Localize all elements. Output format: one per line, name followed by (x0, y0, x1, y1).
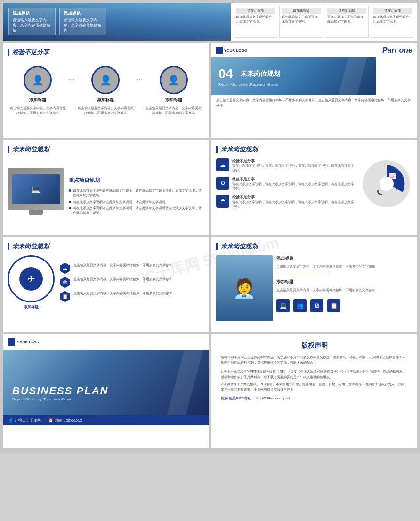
hex-text-3: 点击输入题要文字内容、文字内容需概括精炼，不用多余的文字修饰 (73, 291, 172, 296)
hex-icon-1: ☁ (59, 263, 71, 274)
col3-header: 请在此添加 (327, 8, 366, 14)
title-bar-6 (8, 243, 9, 250)
icon-1-text: 经验不足分享 请在此添加文字说明，请在此添加文字说明，请在此添加文字说明。请在此… (232, 158, 357, 173)
project-item-2: 请在此添加文字说明请在此添加文字说明，请在此添加文字说明。 (69, 200, 204, 204)
add-desc-1: 点击输入题要文字内容，文字内容需概括精炼，不用多余的文字修饰 (276, 264, 412, 269)
slide-4-title: 未来岗位规划 (12, 145, 49, 154)
person-1-photo: 👤 (24, 66, 52, 94)
slide-4: 未来岗位规划 💻 重点项目规划 请在此添加文字说明请在此添加文字说明，请在此添加… (3, 140, 209, 235)
icon-2-desc: 请在此添加文字说明，请在此添加文字说明，请在此添加文字说明。请在此添加文字说明。 (232, 182, 357, 191)
slide-7-title: 未来岗位规划 (221, 242, 258, 251)
slide-1: 添加标题 点击输入题要文字内容、文字内容需概括精炼 添加标题 点击输入题要文字内… (3, 3, 417, 41)
icon-item-1: ☁ 经验不足分享 请在此添加文字说明，请在此添加文字说明，请在此添加文字说明。请… (216, 158, 357, 173)
cloud-icon: ☁ (216, 158, 229, 171)
person-1-desc: 点击输入题要文字内容、文字内容需概括精炼，不用多余的文字修饰 (8, 106, 67, 115)
project-item-1: 请在此添加文字说明请在此添加文字说明，请在此添加文字说明请在此添加文字说明，请在… (69, 188, 204, 198)
slide-3-bottom-text: 点击输入题要文字内容、文字内容需概括精炼，不用多余的文字修饰。点击输入题要文字内… (211, 95, 417, 111)
circle-label: 添加标题 (8, 304, 55, 309)
slide-7-content: 🧑‍💼 添加标题 点击输入题要文字内容，文字内容需概括精炼，不用多余的文字修饰 … (216, 255, 412, 321)
person-1: 👤 添加标题 点击输入题要文字内容、文字内容需概括精炼，不用多余的文字修饰 (8, 66, 67, 115)
your-logo: YOUR LOGO (216, 47, 247, 54)
col3-text: 请在此添加文字说明请在此添加文字说明。 (327, 15, 366, 24)
footer-time: 时间：20XX.X.X (55, 418, 82, 423)
diagonal-accent (338, 57, 367, 95)
copyright-item-1: 1.关于千库网出售的PPT模板是免版权（RF）正版受《中国人民共和国著作权法》和… (221, 369, 408, 379)
person-1-label: 添加标题 (29, 97, 46, 103)
col1-text: 请在此添加文字说明请在此添加文字说明。 (236, 15, 275, 24)
col1-header: 请在此添加 (236, 8, 275, 14)
hex-item-2: 🏛 点击输入题要文字内容、文字内容需概括精炼，不用多余的文字修饰 (59, 277, 204, 288)
plane-icon: ✈ (19, 267, 43, 291)
slide-grid: 添加标题 点击输入题要文字内容、文字内容需概括精炼 添加标题 点击输入题要文字内… (0, 0, 420, 453)
bullet-dot (69, 189, 71, 192)
business-plan-title: BUSINESS PLAN Report /Summary /Research … (12, 385, 108, 401)
svg-text:↩: ↩ (395, 187, 399, 192)
col2-text: 请在此添加文字说明请在此添加文字说明。 (282, 15, 321, 24)
col4: 请在此添加 请在此添加文字说明请在此添加文字说明。 (371, 6, 414, 38)
col4-header: 请在此添加 (373, 8, 412, 14)
icon-1-title: 经验不足分享 (232, 158, 357, 163)
slide-5-content: ☁ 经验不足分享 请在此添加文字说明，请在此添加文字说明，请在此添加文字说明。请… (216, 158, 412, 209)
icon-item-2: ⚙ 经验不足分享 请在此添加文字说明，请在此添加文字说明，请在此添加文字说明。请… (216, 177, 357, 191)
copyright-item-2: 2.不得请许千库网的模板、PPT素材、本素材用于出版、竞赛组题、直播、转化、分组… (221, 382, 408, 392)
hex-icon-3: 📋 (59, 291, 71, 302)
slide-6: 未来岗位规划 ✈ 添加标题 ☁ 点击输入题要文字内容、文字内容需概括精炼，不用多… (3, 237, 209, 332)
icon-3-desc: 请在此添加文字说明，请在此添加文字说明，请在此添加文字说明。请在此添加文字说明。 (232, 200, 357, 209)
hex-text-1: 点击输入题要文字内容、文字内容需概括精炼，不用多余的文字修饰 (73, 263, 172, 268)
persons-row: 👤 添加标题 点击输入题要文字内容、文字内容需概括精炼，不用多余的文字修饰 ··… (8, 61, 204, 120)
project-item-3-text: 请在此添加文字说明请在此添加文字说明，请在此添加文字说明请在此添加文字说明，请在… (73, 206, 204, 215)
card1-desc: 点击输入题要文字内容、文字内容需概括精炼 (13, 17, 51, 33)
author-icon: 👤 (8, 418, 13, 423)
slide-7-title-bar: 未来岗位规划 (216, 242, 412, 251)
logo-square-8 (8, 338, 15, 346)
bullet-dot (69, 201, 71, 203)
slide-5-title-bar: 未来岗位规划 (216, 145, 412, 154)
person-2-photo: 👤 (91, 66, 120, 94)
logo-square-icon (216, 47, 223, 54)
icon-monitor: 🖥 (310, 299, 323, 312)
part-one-label: Part one (382, 46, 412, 55)
icon-3-title: 经验不足分享 (232, 195, 357, 200)
icon-2-title: 经验不足分享 (232, 177, 357, 182)
divider (276, 274, 331, 274)
title-bar-4 (8, 146, 9, 153)
slide-4-content: 💻 重点项目规划 请在此添加文字说明请在此添加文字说明，请在此添加文字说明请在此… (8, 158, 204, 234)
slide-5-title: 未来岗位规划 (221, 145, 258, 154)
col3: 请在此添加 请在此添加文字说明请在此添加文字说明。 (325, 6, 369, 38)
slide-2: 经验不足分享 👤 添加标题 点击输入题要文字内容、文字内容需概括精炼，不用多余的… (3, 43, 209, 138)
mac-stand (29, 210, 43, 215)
project-list: 重点项目规划 请在此添加文字说明请在此添加文字说明，请在此添加文字说明请在此添加… (69, 158, 204, 234)
slide-6-title-bar: 未来岗位规划 (8, 242, 204, 251)
person-3-desc: 点击输入题要文字内容、文字内容需概括精炼，不用多余的文字修饰 (144, 106, 203, 115)
project-item-2-text: 请在此添加文字说明请在此添加文字说明，请在此添加文字说明。 (73, 200, 169, 204)
add-title-1: 添加标题 (276, 255, 412, 261)
banner-sub: Report /Summary /Research /Brand (218, 82, 280, 87)
footer-author: 汇报人：千库网 (15, 418, 41, 423)
slide-7: 未来岗位规划 🧑‍💼 添加标题 点击输入题要文字内容，文字内容需概括精炼，不用多… (211, 237, 417, 332)
hex-icon-2: 🏛 (59, 277, 71, 288)
banner-number: 04 (218, 66, 233, 81)
slide-1-card2: 添加标题 点击输入题要文字内容、文字内容需概括精炼 (59, 8, 106, 35)
logo-text: YOUR LOGO (224, 49, 247, 53)
slide-7-right: 添加标题 点击输入题要文字内容，文字内容需概括精炼，不用多余的文字修饰 添加标题… (276, 255, 412, 321)
icon-laptop: 💻 (276, 299, 290, 312)
icon-1-desc: 请在此添加文字说明，请在此添加文字说明，请在此添加文字说明。请在此添加文字说明。 (232, 163, 357, 173)
add-desc-2: 点击输入题要文字内容，文字内容需概括精炼，不用多余的文字修饰 (276, 288, 412, 293)
icon-list: ☁ 经验不足分享 请在此添加文字说明，请在此添加文字说明，请在此添加文字说明。请… (216, 158, 357, 209)
mac-screen: 💻 (12, 174, 60, 204)
footer-time-item: ⏰ 时间：20XX.X.X (48, 418, 82, 423)
title-bar-5 (216, 146, 218, 153)
slide-1-image-area: 添加标题 点击输入题要文字内容、文字内容需概括精炼 添加标题 点击输入题要文字内… (3, 3, 231, 41)
pie-chart-area: 📈 ↩ 📞 (361, 158, 412, 209)
slide-3-banner: 04 未来岗位规划 Report /Summary /Research /Bra… (211, 57, 376, 95)
hex-item-1: ☁ 点击输入题要文字内容、文字内容需概括精炼，不用多余的文字修饰 (59, 263, 204, 274)
bullet-dot (69, 207, 71, 209)
col1: 请在此添加 请在此添加文字说明请在此添加文字说明。 (234, 6, 277, 38)
slide-3: YOUR LOGO Part one 04 未来岗位规划 Report /Sum… (211, 43, 417, 138)
hex-text-2: 点击输入题要文字内容、文字内容需概括精炼，不用多余的文字修饰 (73, 277, 172, 282)
add-title-2: 添加标题 (276, 279, 412, 285)
slide-6-content: ✈ 添加标题 ☁ 点击输入题要文字内容、文字内容需概括精炼，不用多余的文字修饰 … (8, 255, 204, 309)
logo-text-8: YOUR LoGo (17, 340, 39, 344)
person-2-desc: 点击输入题要文字内容、文字内容需概括精炼，不用多余的文字修饰 (76, 106, 135, 115)
svg-point-4 (380, 177, 394, 191)
